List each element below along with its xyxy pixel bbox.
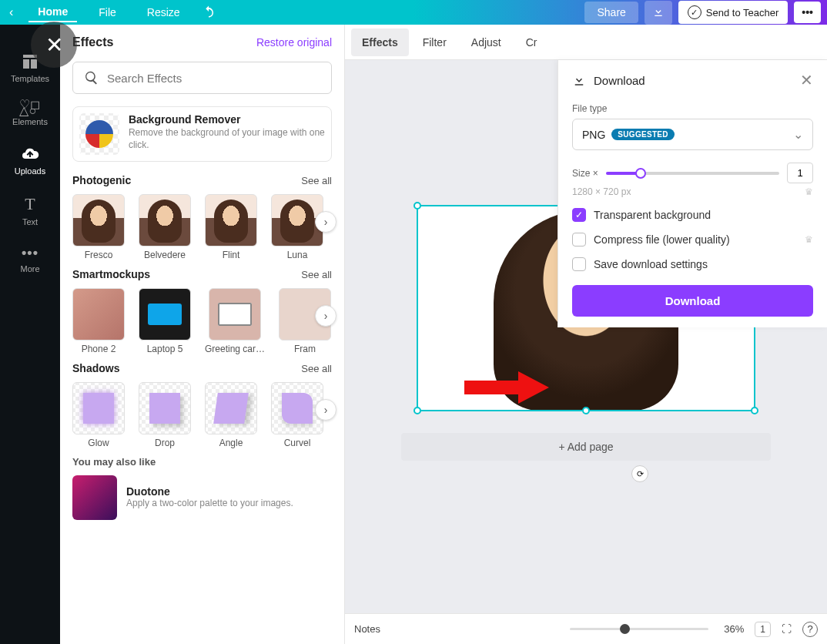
tab-filter[interactable]: Filter xyxy=(412,29,457,56)
crown-icon: ♛ xyxy=(805,234,813,245)
search-effects-box[interactable] xyxy=(72,62,332,94)
rail-more[interactable]: ••• More xyxy=(20,245,39,273)
filetype-value: PNG xyxy=(582,129,605,141)
page-count[interactable]: 1 xyxy=(755,622,771,637)
duotone-thumb xyxy=(72,475,117,520)
search-icon xyxy=(84,70,99,86)
notes-button[interactable]: Notes xyxy=(354,623,380,635)
close-download-icon[interactable]: ✕ xyxy=(800,71,813,89)
check-circle-icon: ✓ xyxy=(688,5,701,19)
sidebar-rail: Templates ♡◻△○ Elements Uploads T Text •… xyxy=(0,25,60,644)
shadows-see-all[interactable]: See all xyxy=(301,363,332,374)
help-icon[interactable]: ? xyxy=(802,622,818,637)
resize-handle-bl[interactable] xyxy=(414,407,421,414)
back-icon[interactable]: ‹ xyxy=(6,5,16,19)
top-toolbar: ‹ Home File Resize Share ✓ Send to Teach… xyxy=(0,0,827,25)
zoom-slider[interactable] xyxy=(570,628,708,630)
mockup-phone2[interactable]: Phone 2 xyxy=(72,288,125,354)
rail-more-label: More xyxy=(20,264,39,273)
undo-icon[interactable] xyxy=(202,5,216,21)
tab-effects[interactable]: Effects xyxy=(351,29,409,56)
canvas-toolbar: Effects Filter Adjust Cr xyxy=(345,25,827,60)
rail-uploads[interactable]: Uploads xyxy=(15,145,45,176)
search-effects-input[interactable] xyxy=(107,72,320,85)
effect-belvedere[interactable]: Belvedere xyxy=(139,194,191,260)
shadow-curve[interactable]: Curvel xyxy=(271,382,323,448)
bg-remover-card[interactable]: Background Remover Remove the background… xyxy=(72,106,332,162)
text-icon: T xyxy=(25,194,35,214)
compress-checkbox[interactable] xyxy=(572,233,586,247)
resize-handle-tl[interactable] xyxy=(414,202,421,210)
effect-luna[interactable]: Luna xyxy=(271,194,323,260)
close-overlay-button[interactable]: ✕ xyxy=(31,22,77,68)
save-settings-row[interactable]: Save download settings xyxy=(572,257,813,271)
download-top-button[interactable] xyxy=(645,1,672,25)
shadow-glow[interactable]: Glow xyxy=(72,382,125,448)
zoom-value: 36% xyxy=(724,623,744,635)
smartmockups-see-all[interactable]: See all xyxy=(301,269,332,280)
suggested-badge: SUGGESTED xyxy=(611,129,675,140)
download-button[interactable]: Download xyxy=(572,285,813,317)
filetype-label: File type xyxy=(572,103,813,114)
add-page-button[interactable]: + Add page xyxy=(401,433,771,461)
resize-handle-br[interactable] xyxy=(751,407,758,414)
effect-flint[interactable]: Flint xyxy=(205,194,257,260)
rail-elements[interactable]: ♡◻△○ Elements xyxy=(12,102,48,126)
photogenic-next-icon[interactable]: › xyxy=(315,211,336,233)
resync-icon[interactable]: ⟳ xyxy=(631,465,648,482)
duotone-title: Duotone xyxy=(126,485,293,498)
smartmockups-heading: Smartmockups xyxy=(72,268,150,280)
photogenic-see-all[interactable]: See all xyxy=(301,175,332,186)
more-menu-button[interactable]: ••• xyxy=(794,2,821,23)
effects-panel: Effects Restore original Background Remo… xyxy=(60,25,345,644)
photogenic-row: Fresco Belvedere Flint Luna › xyxy=(72,194,332,260)
nav-file[interactable]: File xyxy=(89,3,126,22)
transparent-row[interactable]: ✓ Transparent background xyxy=(572,208,813,222)
nav-home[interactable]: Home xyxy=(28,2,77,22)
send-to-teacher-label: Send to Teacher xyxy=(706,7,778,18)
resize-handle-bm[interactable] xyxy=(582,407,590,414)
tab-adjust[interactable]: Adjust xyxy=(460,29,512,56)
bg-remover-desc: Remove the background of your image with… xyxy=(129,127,325,151)
mockup-laptop5[interactable]: Laptop 5 xyxy=(139,288,191,354)
transparent-checkbox[interactable]: ✓ xyxy=(572,208,586,222)
effects-title: Effects xyxy=(72,35,113,49)
smartmockups-row: Phone 2 Laptop 5 Greeting car… Fram › xyxy=(72,288,332,354)
canvas-area: Effects Filter Adjust Cr ⟳ + Add xyxy=(345,25,827,644)
restore-original-link[interactable]: Restore original xyxy=(256,36,332,49)
rail-elements-label: Elements xyxy=(12,117,48,126)
save-settings-checkbox[interactable] xyxy=(572,257,586,271)
share-button[interactable]: Share xyxy=(584,2,638,23)
mockup-greeting[interactable]: Greeting car… xyxy=(205,288,265,354)
shadows-row: Glow Drop Angle Curvel › xyxy=(72,382,332,448)
download-title: Download xyxy=(594,74,645,87)
duotone-card[interactable]: Duotone Apply a two-color palette to you… xyxy=(72,475,332,520)
shadow-angle[interactable]: Angle xyxy=(205,382,257,448)
tab-crop[interactable]: Cr xyxy=(515,29,548,56)
compress-label: Compress file (lower quality) xyxy=(594,233,730,246)
size-slider[interactable] xyxy=(606,172,779,175)
rail-templates-label: Templates xyxy=(11,74,49,83)
shadow-drop[interactable]: Drop xyxy=(139,382,191,448)
bg-remover-title: Background Remover xyxy=(129,113,325,126)
more-icon: ••• xyxy=(22,245,39,261)
size-label: Size × xyxy=(572,168,598,179)
dimensions-text: 1280 × 720 px xyxy=(572,186,631,197)
bottom-status-bar: Notes 36% 1 ⛶ ? xyxy=(345,613,827,644)
save-settings-label: Save download settings xyxy=(594,258,708,270)
svg-marker-0 xyxy=(464,371,549,404)
smartmockups-next-icon[interactable]: › xyxy=(315,305,336,327)
filetype-select[interactable]: PNG SUGGESTED ⌄ xyxy=(572,119,813,150)
nav-resize[interactable]: Resize xyxy=(138,3,189,22)
size-value[interactable]: 1 xyxy=(787,163,813,183)
compress-row[interactable]: Compress file (lower quality) ♛ xyxy=(572,233,813,247)
fullscreen-icon[interactable]: ⛶ xyxy=(782,623,792,635)
send-to-teacher-button[interactable]: ✓ Send to Teacher xyxy=(678,1,788,24)
shadows-next-icon[interactable]: › xyxy=(315,399,336,421)
chevron-down-icon: ⌄ xyxy=(793,127,803,142)
shadows-heading: Shadows xyxy=(72,362,119,374)
download-panel: Download ✕ File type PNG SUGGESTED ⌄ Siz… xyxy=(557,60,827,327)
youmayalso-heading: You may also like xyxy=(72,456,156,468)
effect-fresco[interactable]: Fresco xyxy=(72,194,125,260)
rail-text[interactable]: T Text xyxy=(22,194,38,226)
